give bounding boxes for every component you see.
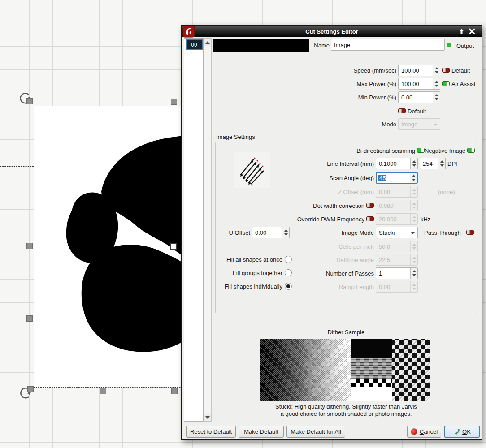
dot-width-toggle[interactable] [366,203,374,208]
dither-texture-sample [392,339,430,401]
speed-default-label: Default [451,67,483,74]
name-label: Name [290,39,330,52]
fill-all-label: Fill all shapes at once [207,256,282,263]
cut-settings-editor-dialog: Cut Settings Editor 00 Name Image Output… [181,25,482,440]
ramp-label: Ramp Length [321,281,374,293]
spinner [410,200,417,211]
dpi-input[interactable]: 254 [420,158,446,169]
negative-image-toggle[interactable] [467,148,475,153]
close-icon[interactable] [469,28,475,34]
scan-angle-input[interactable]: 45 [376,172,418,184]
u-offset-input[interactable]: 0.00 [252,227,290,238]
air-assist-toggle[interactable] [442,81,450,86]
speed-default-toggle[interactable] [442,68,450,73]
up-arrow-icon [205,41,210,44]
ramp-input: 0.00 [376,281,418,293]
dialog-title: Cut Settings Editor [305,28,358,35]
khz-label: kHz [421,215,435,223]
spinner[interactable] [410,268,417,279]
bidirectional-toggle[interactable] [417,148,425,153]
horizontal-guide-line [0,166,34,167]
ok-icon [453,428,460,435]
max-power-label: Max Power (%) [290,78,396,90]
scan-angle-preview-icon [234,152,270,188]
passes-label: Number of Passes [317,267,374,279]
layer-item-00[interactable]: 00 [186,39,203,50]
passes-input[interactable]: 1 [376,267,418,279]
u-offset-label: U Offset [225,227,250,238]
cells-input: 50.0 [376,241,418,252]
scale-handle[interactable] [171,388,178,394]
cells-label: Cells per inch [317,241,374,252]
negative-image-label: Negative Image [425,147,465,154]
dither-gradient-sample [260,339,351,401]
fill-groups-radio[interactable] [285,269,292,276]
pwm-label: Override PWM Frequency [263,213,364,225]
spinner[interactable] [433,78,440,89]
spinner[interactable] [410,158,417,169]
reset-to-default-button[interactable]: Reset to Default [186,426,236,438]
fill-individually-label: Fill shapes individually [205,283,282,290]
spinner[interactable] [433,92,440,103]
spinner [410,186,417,197]
spinner [410,241,417,252]
default-toggle[interactable] [398,108,406,113]
make-default-for-all-button[interactable]: Make Default for All [286,426,345,438]
spinner[interactable] [438,158,445,169]
scale-handle[interactable] [26,243,33,249]
default-label: Default [408,108,439,115]
dot-width-input: 0.080 [376,200,418,211]
layer-list[interactable]: 00 [184,38,204,422]
image-mode-label: Image Mode [334,227,374,238]
image-mode-dropdown[interactable]: Stucki [376,227,418,238]
output-toggle[interactable] [447,43,454,47]
mode-label: Mode [334,118,396,130]
make-default-button[interactable]: Make Default [239,426,284,438]
fill-groups-label: Fill groups together [207,269,282,276]
cancel-icon [411,428,417,435]
horizontal-overlay-guide [0,227,181,227]
pass-through-toggle[interactable] [466,230,474,235]
ok-button[interactable]: OK [444,426,480,438]
fill-all-radio[interactable] [285,256,292,263]
scale-handle[interactable] [27,386,34,392]
z-offset-none-label: (none) [438,188,460,195]
scroll-down-button[interactable] [204,414,211,421]
scroll-up-button[interactable] [204,39,211,46]
max-power-input[interactable]: 100.00 [398,78,440,90]
selection-center-marker[interactable] [170,243,177,250]
dialog-titlebar[interactable]: Cut Settings Editor [182,26,482,37]
min-power-input[interactable]: 0.00 [398,91,440,103]
dither-sample-image [260,339,430,401]
z-offset-label: Z Offset (mm) [290,186,374,198]
fill-individually-radio[interactable] [285,283,292,290]
dot-width-label: Dot width correction [278,200,364,211]
down-arrow-icon [205,416,210,419]
layer-list-scrollbar[interactable] [204,38,212,422]
scale-handle[interactable] [26,315,33,322]
min-power-label: Min Power (%) [290,91,396,103]
spinner[interactable] [433,65,440,76]
pwm-toggle[interactable] [366,216,374,221]
name-input[interactable]: Image [331,39,445,51]
image-settings-title: Image Settings [216,133,283,140]
lightburn-logo-icon [182,25,195,38]
dpi-label: DPI [447,160,463,167]
pwm-input: 20.000 [376,213,418,225]
spinner[interactable] [282,227,289,238]
spinner [410,254,417,265]
dropdown-arrow-icon [434,124,437,126]
line-interval-label: Line Interval (mm) [290,158,374,169]
cancel-button[interactable]: Cancel [407,426,441,438]
scale-handle[interactable] [100,388,106,394]
scale-handle[interactable] [171,99,177,105]
dither-caption-line1: Stucki: High quality dithering. Slightly… [215,403,477,410]
pass-through-label: Pass-Through [424,229,464,236]
z-offset-input: 0.00 [376,186,418,198]
dither-caption-line2: a good choice for smooth shaded or photo… [215,410,477,417]
spinner[interactable] [410,173,417,183]
speed-input[interactable]: 100.00 [398,65,440,76]
float-window-icon[interactable] [458,28,465,34]
scale-handle[interactable] [26,98,33,104]
line-interval-input[interactable]: 0.1000 [376,158,418,169]
